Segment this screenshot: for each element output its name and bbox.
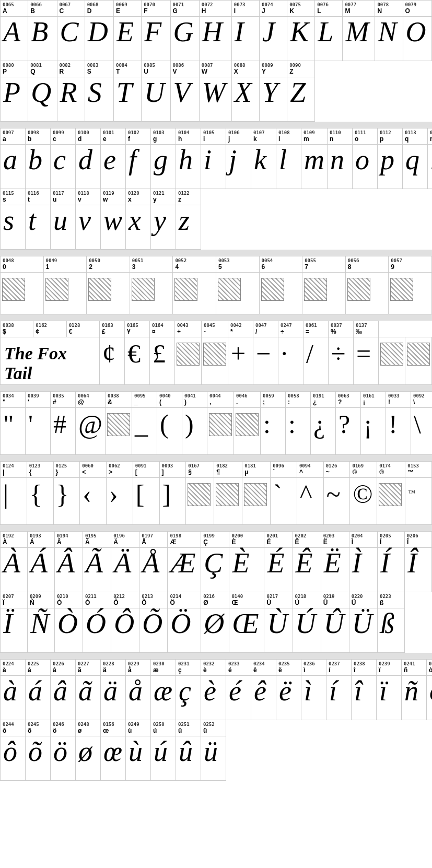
glyph-char-cell: æ (151, 676, 176, 720)
digit-glyph-cell (345, 273, 389, 314)
digit-glyph-cell (1, 273, 44, 314)
glyph-label-cell: 0231ç (176, 660, 201, 676)
glyph-label-cell: 0071G (170, 1, 199, 17)
glyph-char-cell: Ç (201, 548, 229, 592)
symbol3-glyph-cell: © (350, 478, 377, 525)
glyph-label-cell: 0035# (51, 392, 76, 408)
glyph-char-cell: I (231, 17, 259, 61)
glyph-label-cell: 0058: (286, 392, 311, 408)
glyph-char-cell: H (199, 17, 231, 61)
symbol3-glyph-cell: ` (271, 478, 297, 525)
glyph-label-cell: 0192À (1, 532, 28, 548)
glyph-char-cell: Å (139, 548, 168, 592)
glyph-label-cell: 0125} (53, 462, 80, 478)
symbols2-table: 0034"0039'0035#0064@0038&0095_0040(0041)… (0, 391, 432, 455)
section-divider (0, 653, 432, 659)
glyph-label-cell: 0047/ (253, 321, 278, 337)
glyph-char-cell: ì (301, 676, 326, 720)
glyph-label-cell: 0197Å (139, 532, 168, 548)
glyph-label-cell: 0107k (251, 128, 276, 145)
digits-table: 0048000491005020051300524005350054600557… (0, 256, 432, 314)
glyph-label-cell: 0137‰ (353, 321, 378, 337)
glyph-label-cell: 0080P (1, 61, 28, 77)
glyph-char-cell: K (287, 17, 315, 61)
glyph-label-cell: 0115s (1, 189, 26, 205)
symbol3-glyph-cell: ] (159, 478, 186, 525)
glyph-label-cell: 0200È (229, 532, 264, 548)
dino-glyph-cell (378, 337, 405, 385)
glyph-label-cell: 0247÷ (278, 321, 303, 337)
glyph-label-cell: 0039' (26, 392, 51, 408)
glyph-char-cell: S (85, 77, 113, 122)
glyph-label-cell: 0088X (231, 61, 259, 77)
symbol2-glyph-cell: @ (76, 408, 106, 455)
glyph-label-cell: 00557 (302, 256, 346, 273)
symbol2-glyph-cell: ¿ (311, 408, 336, 455)
glyph-label-cell: 0046. (234, 392, 261, 408)
symbol2-glyph-cell: ( (157, 408, 182, 455)
glyph-label-cell: 0214Ö (168, 592, 201, 608)
foxtail-text: The Fox Tail (2, 338, 98, 383)
glyph-label-cell: 0078N (375, 1, 403, 17)
glyph-char-cell: ú (151, 736, 176, 781)
glyph-char-cell: Û (321, 608, 349, 653)
glyph-char-cell: ï (377, 676, 402, 720)
accented-upper-table: 0192À0193Á0194Â0195Ã0196Ä0197Å0198Æ0199Ç… (0, 531, 432, 653)
symbol3-glyph-cell: ™ (405, 478, 432, 525)
glyph-char-cell: Í (377, 548, 404, 592)
glyph-label-cell: 0082R (57, 61, 85, 77)
glyph-label-cell: 00480 (1, 256, 44, 273)
glyph-label-cell: 0089Y (259, 61, 287, 77)
glyph-label-cell: 0226â (51, 660, 76, 676)
glyph-char-cell: Ê (293, 548, 321, 592)
glyph-char-cell: j (226, 145, 251, 189)
glyph-char-cell: ù (126, 736, 151, 781)
glyph-char-cell: s (1, 205, 26, 250)
glyph-label-cell: 00579 (389, 256, 432, 273)
glyph-label-cell: 0083S (85, 61, 113, 77)
glyph-label-cell: 0097a (1, 128, 26, 145)
glyph-label-cell: 0105i (201, 128, 226, 145)
symbol3-glyph-cell: ‹ (80, 478, 107, 525)
glyph-char-cell: Y (259, 77, 287, 122)
glyph-label-cell: 00535 (216, 256, 259, 273)
symbol3-glyph-cell (186, 478, 214, 525)
glyph-char-cell: T (114, 77, 142, 122)
glyph-label-cell: 0207Ï (1, 592, 28, 608)
glyph-char-cell: ø (76, 736, 101, 781)
glyph-label-cell: 00546 (259, 256, 302, 273)
glyph-label-cell: 0108l (276, 128, 301, 145)
glyph-char-cell: B (28, 17, 57, 61)
glyph-char-cell: Õ (139, 608, 168, 653)
glyph-char-cell: A (1, 17, 28, 61)
glyph-label-cell: 0248ø (76, 720, 101, 736)
digit-glyph-cell (302, 273, 346, 314)
glyph-label-cell: 0060< (80, 462, 107, 478)
glyph-label-cell: 0202Ê (293, 532, 321, 548)
symbol-glyph-cell: / (303, 337, 328, 385)
glyph-label-cell: 0216Ø (201, 592, 229, 608)
digit-glyph-cell (216, 273, 259, 314)
glyph-char-cell: x (126, 205, 151, 250)
glyph-char-cell: W (199, 77, 231, 122)
glyph-label-cell: 0205Í (377, 532, 404, 548)
glyph-label-cell: 0064@ (76, 392, 106, 408)
glyph-char-cell: Ô (111, 608, 139, 653)
lowercase-table: 0097a0098b0099c0100d0101e0102f0103g0104h… (0, 128, 432, 250)
symbol-glyph-cell: · (278, 337, 303, 385)
glyph-char-cell: ä (101, 676, 126, 720)
glyph-char-cell: ã (76, 676, 101, 720)
glyph-label-cell: 0076L (315, 1, 343, 17)
glyph-label-cell: 0218Ú (293, 592, 321, 608)
digit-glyph-cell (173, 273, 216, 314)
glyph-label-cell: 0084T (114, 61, 142, 77)
section-divider (0, 122, 432, 128)
glyph-char-cell: r (428, 145, 433, 189)
glyph-label-cell: 0203Ë (321, 532, 349, 548)
glyph-label-cell: 0069E (114, 1, 142, 17)
glyph-char-cell: ü (201, 736, 226, 781)
glyph-label-cell: 0073I (231, 1, 259, 17)
glyph-label-cell: 0067C (57, 1, 85, 17)
glyph-label-cell: 0075K (287, 1, 315, 17)
glyph-label-cell: 0113q (403, 128, 428, 145)
